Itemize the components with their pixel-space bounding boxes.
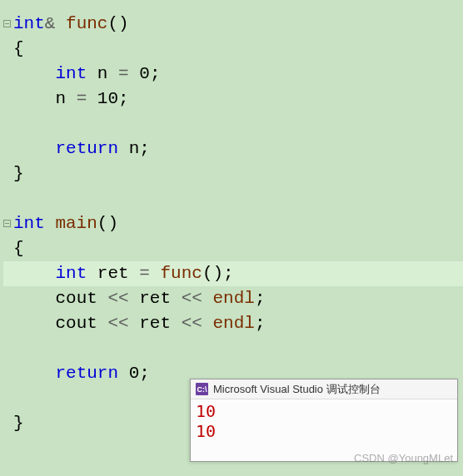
identifier: endl [213,289,255,308]
console-title-text: Microsoft Visual Studio 调试控制台 [213,377,381,402]
code-line[interactable]: { [3,236,463,261]
identifier: ret [129,314,182,333]
brace: } [13,164,24,183]
operator: = [118,64,129,83]
brace: { [13,39,24,58]
code-line[interactable] [3,112,463,136]
semicolon: ; [118,89,129,108]
operator: = [139,264,150,283]
parens: () [107,14,128,33]
function-name: func [66,14,107,33]
operator: << [107,314,128,333]
semicolon: ; [150,64,161,83]
identifier: ret [87,264,139,283]
semicolon: ; [139,139,150,158]
literal: 10 [87,89,118,108]
console-titlebar[interactable]: C:\ Microsoft Visual Studio 调试控制台 [191,379,457,399]
identifier: cout [55,289,107,308]
operator: << [182,289,202,308]
code-editor[interactable]: int& func() { int n = 0; n = 10; return … [0,0,463,436]
function-call: func [160,264,202,283]
console-line: 10 [196,401,452,421]
code-line[interactable]: int n = 0; [3,62,463,87]
console-line: 10 [196,421,452,441]
code-line[interactable]: int main() [3,211,463,236]
semicolon: ; [223,264,234,283]
operator: << [182,314,202,333]
code-line[interactable]: n = 10; [3,87,463,112]
console-icon: C:\ [196,383,208,395]
literal: 0 [118,364,139,383]
code-line-current[interactable]: int ret = func(); [3,261,463,286]
semicolon: ; [255,289,266,308]
brace: } [13,414,24,433]
keyword: int [55,264,87,283]
code-line[interactable] [3,336,463,361]
parens: () [202,264,223,283]
collapse-icon[interactable] [3,220,11,227]
operator: & [45,14,56,33]
identifier: cout [55,314,107,333]
identifier: ret [129,289,182,308]
code-line[interactable]: cout << ret << endl; [3,311,463,336]
semicolon: ; [139,364,150,383]
code-line[interactable] [3,186,463,211]
identifier: n [55,89,76,108]
literal: 0 [129,64,150,83]
identifier: endl [213,314,255,333]
semicolon: ; [255,314,266,333]
watermark-text: CSDN @YoungMLet [354,446,453,471]
console-output[interactable]: 10 10 [191,399,457,443]
code-line[interactable]: { [3,37,463,62]
keyword: int [13,214,45,233]
parens: () [97,214,118,233]
keyword: return [55,364,118,383]
keyword: int [55,64,87,83]
operator: << [107,289,128,308]
brace: { [13,239,24,258]
identifier: n [87,64,118,83]
keyword: int [13,14,45,33]
code-line[interactable]: } [3,161,463,186]
identifier: n [118,139,139,158]
code-line[interactable]: int& func() [3,12,463,37]
collapse-icon[interactable] [3,20,11,27]
code-line[interactable]: return n; [3,136,463,161]
code-line[interactable]: cout << ret << endl; [3,286,463,311]
operator: = [77,89,87,108]
keyword: return [55,139,118,158]
function-name: main [45,214,97,233]
